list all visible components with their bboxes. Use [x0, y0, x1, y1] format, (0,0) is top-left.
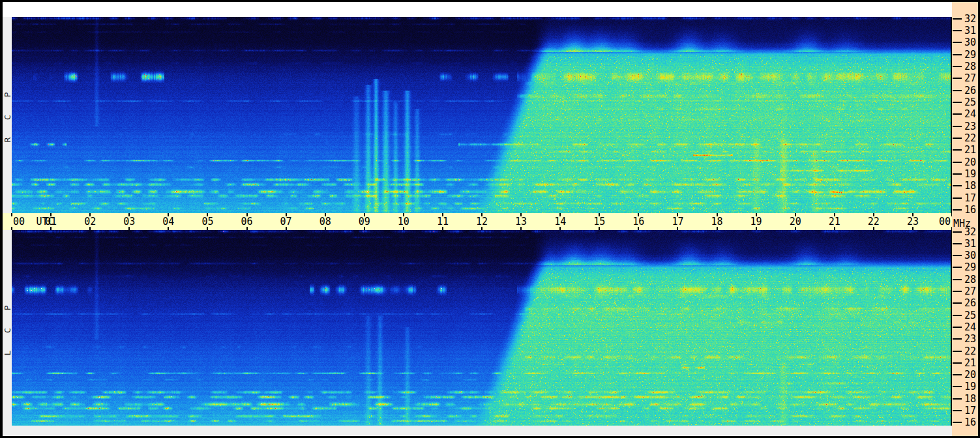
time-axis-hour-label: 17	[672, 216, 683, 227]
frequency-axis-tick	[953, 315, 962, 316]
frequency-axis-tick	[953, 54, 962, 55]
frequency-axis-label: 26	[961, 298, 976, 308]
frequency-axis-label: 17	[961, 193, 976, 203]
spectrogram-lcp	[12, 230, 952, 426]
frequency-axis-tick	[953, 113, 962, 115]
frequency-axis-label: 16	[961, 417, 976, 428]
frequency-axis-label: 23	[961, 334, 976, 344]
frequency-axis-label: 27	[961, 286, 976, 297]
frequency-axis-label: 21	[961, 145, 976, 155]
frequency-axis-tick	[953, 78, 962, 79]
frequency-axis-label: 18	[961, 181, 976, 191]
frequency-axis-tick	[953, 362, 962, 364]
frequency-axis-tick	[953, 267, 962, 268]
frequency-axis-tick	[953, 162, 962, 163]
frequency-axis-tick	[953, 231, 962, 233]
frequency-axis-label: 27	[961, 73, 976, 83]
time-axis-hour-label: 07	[280, 216, 292, 227]
app-window: AJ4CO Observatory 01 Dec 2014 - DPS on T…	[0, 0, 980, 438]
time-axis-hour-label: 00	[13, 216, 25, 227]
time-axis-hour-label: 10	[398, 216, 409, 227]
time-axis-hour-label: 15	[593, 216, 605, 227]
time-axis-hour-label: 18	[711, 216, 722, 227]
frequency-axis-tick	[953, 422, 962, 423]
frequency-axis-label: 25	[961, 97, 976, 108]
time-axis-hour-label: 23	[907, 216, 919, 227]
frequency-axis-tick	[953, 386, 962, 387]
frequency-axis-label: 32	[961, 227, 976, 237]
time-axis-hour-label: 14	[554, 216, 566, 227]
frequency-axis-label: 25	[961, 310, 976, 321]
polarization-column-rcp: R C P	[3, 17, 12, 213]
frequency-axis-label: 30	[961, 250, 976, 261]
frequency-axis-tick	[953, 351, 962, 352]
time-axis-tick	[11, 227, 12, 230]
frequency-axis-tick	[953, 149, 962, 151]
frequency-axis-label: 19	[961, 169, 976, 179]
frequency-axis-tick	[953, 138, 962, 139]
time-axis-hour-label: 08	[319, 216, 331, 227]
frequency-axis-tick	[953, 197, 962, 199]
time-axis-hour-label: 04	[162, 216, 174, 227]
frequency-axis-label: 19	[961, 381, 976, 392]
frequency-axis: MHz 323130292827262524232221201918171632…	[952, 2, 978, 436]
frequency-axis-label: 29	[961, 262, 976, 272]
frequency-axis-tick	[953, 126, 962, 127]
frequency-axis-label: 18	[961, 394, 976, 404]
frequency-axis-tick	[953, 410, 962, 411]
frequency-axis-label: 28	[961, 61, 976, 72]
frequency-axis-label: 31	[961, 25, 976, 36]
time-axis-hour-label: 03	[123, 216, 135, 227]
frequency-axis-label: 22	[961, 133, 976, 143]
frequency-axis-tick	[953, 243, 962, 244]
spectrogram-rcp	[12, 17, 952, 213]
time-axis-hour-label: 21	[829, 216, 840, 227]
frequency-axis-tick	[953, 173, 962, 175]
frequency-axis-tick	[953, 255, 962, 256]
frequency-axis-label: 30	[961, 37, 976, 48]
frequency-axis-label: 22	[961, 346, 976, 357]
frequency-axis-label: 31	[961, 239, 976, 249]
polarization-column-lcp: L C P	[3, 230, 12, 426]
frequency-axis-label: 32	[961, 14, 976, 24]
time-axis-hour-label: 09	[359, 216, 370, 227]
frequency-axis-tick	[953, 327, 962, 328]
time-axis-hour-label: 05	[201, 216, 213, 227]
frequency-axis-tick	[953, 302, 962, 304]
frequency-axis-tick	[953, 291, 962, 292]
time-axis: UTC 000102030405060708091011121314151617…	[3, 213, 952, 230]
time-axis-hour-label: 11	[437, 216, 449, 227]
bottom-margin	[3, 426, 952, 436]
frequency-axis-label: 17	[961, 405, 976, 416]
frequency-axis-tick	[953, 338, 962, 340]
time-axis-hour-label: 16	[632, 216, 644, 227]
time-axis-hour-label: 12	[476, 216, 488, 227]
frequency-axis-tick	[953, 18, 962, 20]
title-bar: AJ4CO Observatory 01 Dec 2014 - DPS on T…	[3, 2, 952, 17]
frequency-axis-label: 24	[961, 322, 976, 332]
frequency-axis-label: 28	[961, 274, 976, 285]
frequency-axis-tick	[953, 374, 962, 375]
frequency-axis-tick	[953, 42, 962, 43]
time-axis-hour-label: 00	[939, 216, 951, 227]
time-axis-tick	[11, 213, 12, 216]
polarization-label-rcp: R C P	[3, 87, 12, 142]
polarization-label-lcp: L C P	[3, 300, 12, 355]
time-axis-hour-label: 22	[868, 216, 880, 227]
frequency-axis-label: 24	[961, 109, 976, 119]
time-axis-hour-label: 20	[790, 216, 801, 227]
frequency-axis-label: 21	[961, 358, 976, 368]
frequency-axis-tick	[953, 185, 962, 186]
frequency-axis-tick	[953, 90, 962, 91]
frequency-axis-label: 26	[961, 85, 976, 96]
frequency-axis-tick	[953, 209, 962, 211]
time-axis-hour-label: 19	[750, 216, 762, 227]
frequency-axis-label: 20	[961, 157, 976, 168]
frequency-axis-tick	[953, 102, 962, 103]
frequency-axis-tick	[953, 30, 962, 31]
frequency-axis-label: 16	[961, 205, 976, 215]
time-axis-hour-label: 02	[84, 216, 96, 227]
time-axis-hour-label: 13	[515, 216, 527, 227]
frequency-axis-tick	[953, 66, 962, 67]
frequency-axis-tick	[953, 398, 962, 400]
